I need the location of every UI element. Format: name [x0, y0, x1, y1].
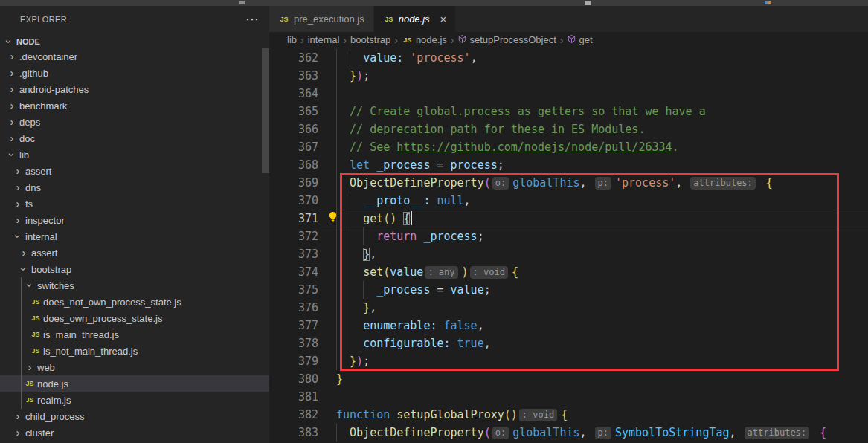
code-line-383[interactable]: ObjectDefineProperty(o:globalThis, p:Sym…: [336, 424, 826, 442]
code-line-369[interactable]: ObjectDefineProperty(o:globalThis, p:'pr…: [336, 174, 826, 192]
line-number[interactable]: 364: [269, 85, 318, 103]
tree-item-bootstrap[interactable]: ›bootstrap: [0, 261, 269, 277]
line-number[interactable]: 369: [269, 174, 318, 192]
tree-item-does_own_process_state.js[interactable]: JSdoes_own_process_state.js: [0, 310, 269, 326]
breadcrumb-item-lib[interactable]: lib: [287, 34, 297, 45]
tree-item-does_not_own_process_state.js[interactable]: JSdoes_not_own_process_state.js: [0, 294, 269, 310]
chevron-right-icon: ›: [12, 427, 24, 438]
line-number[interactable]: 372: [269, 227, 318, 245]
code-token: }: [336, 372, 343, 386]
code-line-378[interactable]: configurable: true,: [336, 334, 826, 352]
code-line-377[interactable]: enumerable: false,: [336, 317, 826, 334]
tree-item-child_process[interactable]: ›child_process: [0, 408, 269, 424]
line-number[interactable]: 371: [269, 210, 318, 227]
line-number[interactable]: 376: [269, 299, 318, 317]
code-line-367[interactable]: // See https://github.com/nodejs/node/pu…: [336, 138, 826, 156]
code-token: [813, 426, 820, 439]
chevron-right-icon: ›: [6, 51, 18, 62]
breadcrumb-item-bootstrap[interactable]: bootstrap: [350, 34, 390, 45]
code-token: [336, 301, 363, 314]
code-line-376[interactable]: },: [336, 299, 826, 317]
code-token: [336, 212, 363, 225]
breadcrumb-item-get[interactable]: get: [567, 34, 592, 46]
code-line-368[interactable]: let _process = process;: [336, 156, 826, 174]
tree-item-cluster[interactable]: ›cluster: [0, 424, 269, 441]
line-number[interactable]: 375: [269, 281, 318, 299]
line-number[interactable]: 379: [269, 352, 318, 370]
tree-item-.devcontainer[interactable]: ›.devcontainer: [0, 48, 269, 65]
code-line-363[interactable]: });: [336, 67, 826, 85]
more-actions-icon[interactable]: ⋯: [245, 16, 259, 23]
line-number[interactable]: 367: [269, 138, 318, 156]
line-number[interactable]: 380: [269, 370, 318, 388]
line-number[interactable]: 365: [269, 103, 318, 120]
line-number[interactable]: 370: [269, 192, 318, 210]
tree-item-dns[interactable]: ›dns: [0, 179, 269, 195]
line-number[interactable]: 363: [269, 67, 318, 85]
tree-item-android-patches[interactable]: ›android-patches: [0, 81, 269, 97]
code-line-362[interactable]: value: 'process',: [336, 49, 826, 67]
line-number[interactable]: 378: [269, 334, 318, 352]
code-line-365[interactable]: // Create global.process as getters so t…: [336, 103, 826, 120]
tree-item-switches[interactable]: ›switches: [0, 277, 269, 294]
code-line-380[interactable]: }: [336, 370, 826, 388]
line-number[interactable]: 374: [269, 263, 318, 281]
sidebar-scrollbar-thumb[interactable]: [262, 48, 269, 173]
line-number[interactable]: 377: [269, 317, 318, 334]
tree-item-node.js[interactable]: JSnode.js: [0, 375, 269, 392]
code-token: (): [383, 212, 396, 225]
tree-item-is_main_thread.js[interactable]: JSis_main_thread.js: [0, 326, 269, 343]
code-editor[interactable]: 3623633643653663673683693703713723733743…: [269, 48, 868, 443]
breadcrumb-item-internal[interactable]: internal: [308, 34, 340, 45]
line-number[interactable]: 382: [269, 406, 318, 424]
tree-item-label: dns: [25, 182, 41, 193]
breadcrumb-item-setupProcessObject[interactable]: setupProcessObject: [457, 34, 556, 46]
code-line-382[interactable]: function setupGlobalProxy(): void{: [336, 406, 826, 424]
inlay-hint: attributes:: [690, 177, 755, 190]
title-bar: [0, 0, 868, 6]
code-line-366[interactable]: // deprecation path for these in ES Modu…: [336, 120, 826, 138]
tree-item-deps[interactable]: ›deps: [0, 114, 269, 130]
breadcrumb-item-node.js[interactable]: JSnode.js: [402, 34, 447, 45]
code-line-372[interactable]: return _process;: [336, 227, 826, 245]
line-number[interactable]: 381: [269, 388, 318, 406]
code-line-379[interactable]: });: [336, 352, 826, 370]
breadcrumb-label: get: [579, 34, 592, 45]
tree-item-assert[interactable]: ›assert: [0, 163, 269, 179]
tree-item-web[interactable]: ›web: [0, 359, 269, 375]
tree-item-benchmark[interactable]: ›benchmark: [0, 97, 269, 114]
tree-item-assert[interactable]: ›assert: [0, 245, 269, 261]
code-line-374[interactable]: set(value: any): void{: [336, 263, 826, 281]
code-token: __proto__:: [363, 194, 430, 207]
code-line-371[interactable]: get() {: [336, 210, 826, 227]
code-token: value: [451, 283, 484, 297]
code-line-370[interactable]: __proto__: null,: [336, 192, 826, 210]
line-number[interactable]: 383: [269, 424, 318, 442]
tree-item-internal[interactable]: ›internal: [0, 228, 269, 245]
tree-item-doc[interactable]: ›doc: [0, 130, 269, 146]
line-number[interactable]: 373: [269, 245, 318, 263]
tree-item-lib[interactable]: ›lib: [0, 146, 269, 163]
js-file-icon: JS: [30, 331, 42, 338]
code-token: [336, 69, 350, 83]
js-file-icon: JS: [24, 396, 36, 404]
line-number[interactable]: 366: [269, 120, 318, 138]
section-header-node[interactable]: › NODE: [0, 33, 269, 50]
close-icon[interactable]: ×: [440, 13, 447, 25]
tree-item-fs[interactable]: ›fs: [0, 195, 269, 212]
line-number[interactable]: 362: [269, 49, 318, 67]
code-line-381[interactable]: [336, 388, 826, 406]
lightbulb-icon[interactable]: [327, 211, 338, 222]
code-line-375[interactable]: _process = value;: [336, 281, 826, 299]
tree-item-label: assert: [31, 248, 57, 259]
line-number[interactable]: 368: [269, 156, 318, 174]
code-line-373[interactable]: },: [336, 245, 826, 263]
tab-pre_execution.js[interactable]: JSpre_execution.js: [269, 6, 374, 32]
tree-item-realm.js[interactable]: JSrealm.js: [0, 392, 269, 408]
tree-item-.github[interactable]: ›.github: [0, 65, 269, 81]
tab-node.js[interactable]: JSnode.js×: [374, 6, 456, 32]
code-line-364[interactable]: [336, 85, 826, 103]
tree-item-inspector[interactable]: ›inspector: [0, 212, 269, 228]
tree-item-is_not_main_thread.js[interactable]: JSis_not_main_thread.js: [0, 343, 269, 359]
breadcrumb-label: lib: [287, 34, 297, 45]
